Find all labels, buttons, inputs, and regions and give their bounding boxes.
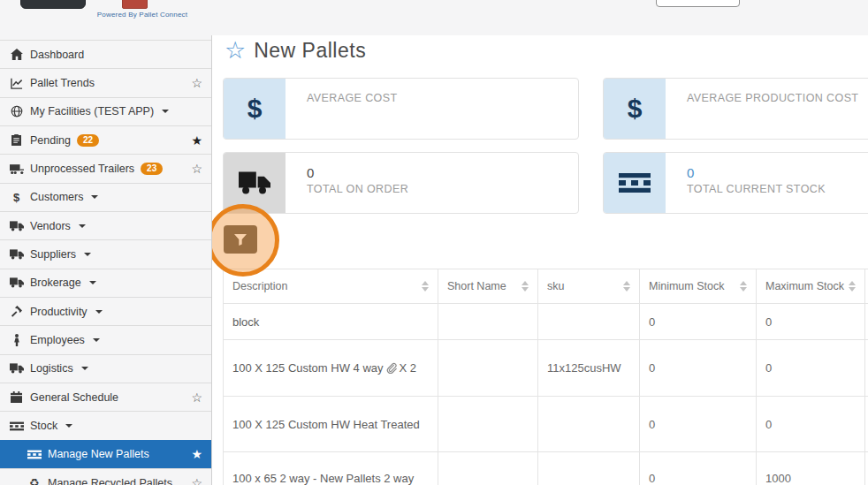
kpi-cards: $ AVERAGE COST $ AVERAGE PRODUCTION COST…	[223, 78, 868, 214]
attachment-icon	[386, 362, 397, 374]
sidebar-item-general-schedule[interactable]: General Schedule ☆	[0, 383, 211, 411]
card-value: 0	[307, 164, 408, 181]
card-label: AVERAGE PRODUCTION COST	[687, 90, 858, 107]
cell-sku	[538, 452, 640, 485]
truck-icon	[9, 363, 24, 374]
favorite-star-icon[interactable]: ☆	[225, 39, 246, 63]
sidebar-item-pallet-trends[interactable]: Pallet Trends ☆	[0, 68, 211, 96]
sidebar-item-suppliers[interactable]: Suppliers	[0, 239, 211, 268]
sidebar-item-label: Logistics	[30, 362, 73, 375]
pallet-connect-logo	[122, 0, 148, 9]
calendar-icon	[9, 391, 24, 403]
sidebar-item-stock[interactable]: Stock	[0, 411, 211, 439]
table-row[interactable]: block 0 0	[224, 304, 868, 340]
sidebar-item-employees[interactable]: Employees	[0, 325, 211, 353]
globe-icon	[9, 105, 24, 117]
sort-icon[interactable]	[740, 281, 747, 292]
column-header-short-name[interactable]: Short Name	[438, 269, 538, 304]
sidebar-item-label: Dashboard	[30, 49, 84, 61]
cell-maximum-stock: 0	[757, 340, 865, 397]
column-header-maximum-stock[interactable]: Maximum Stock	[757, 269, 865, 304]
sidebar-item-label: Pallet Trends	[30, 77, 95, 89]
trailer-icon	[9, 163, 24, 175]
chevron-down-icon	[95, 310, 103, 314]
cell-minimum-stock: 0	[640, 340, 757, 397]
cell-short-name	[438, 340, 538, 397]
star-outline-icon[interactable]: ☆	[191, 476, 202, 485]
table-row[interactable]: 100 x 65 2 way - New Pallets 2 way 0 100…	[224, 452, 868, 485]
clipboard-icon	[9, 134, 24, 146]
chevron-down-icon	[65, 424, 72, 428]
sort-icon[interactable]	[522, 281, 529, 292]
sidebar-item-customers[interactable]: $ Customers	[0, 183, 211, 211]
recycle-icon: ♻	[27, 476, 42, 485]
card-label: TOTAL CURRENT STOCK	[687, 181, 826, 198]
chevron-down-icon	[84, 253, 91, 256]
card-value: 0	[687, 164, 826, 181]
line-chart-icon	[9, 78, 24, 89]
cell-description: 100 x 65 2 way - New Pallets 2 way	[224, 452, 438, 485]
cell-clipped	[865, 397, 868, 452]
cell-short-name	[438, 452, 538, 485]
sidebar-item-manage-recycled-pallets[interactable]: ♻ Manage Recycled Pallets ☆	[0, 468, 211, 485]
sidebar-item-unprocessed-trailers[interactable]: Unprocessed Trailers 23 ☆	[0, 154, 211, 182]
table-row[interactable]: 100 X 125 Custom HW 4 wayX 2 11x125cusHW…	[224, 340, 868, 397]
sort-icon[interactable]	[849, 281, 856, 292]
pallet-icon	[604, 153, 666, 213]
filter-button[interactable]	[224, 225, 257, 254]
star-outline-icon[interactable]: ☆	[191, 390, 202, 405]
sidebar-item-dashboard[interactable]: Dashboard	[0, 40, 211, 68]
hamburger-icon: ☰	[31, 0, 42, 3]
sidebar-item-label: Pending	[30, 134, 71, 147]
cell-minimum-stock: 0	[640, 397, 757, 452]
cell-clipped	[865, 340, 868, 397]
cell-description: block	[224, 304, 438, 340]
dollar-icon: $	[9, 191, 24, 204]
column-header-description[interactable]: Description	[224, 269, 438, 304]
menu-button-label: Menu	[47, 0, 76, 3]
page-header: ☆ New Pallets	[225, 39, 366, 63]
funnel-icon	[233, 233, 247, 246]
sidebar-item-label: General Schedule	[30, 391, 118, 404]
cell-maximum-stock: 0	[757, 304, 865, 340]
chevron-down-icon	[91, 195, 98, 199]
star-outline-icon[interactable]: ☆	[191, 76, 202, 90]
sidebar-item-my-facilities[interactable]: My Facilities (TEST APP)	[0, 97, 211, 125]
sidebar-item-label: Manage New Pallets	[48, 448, 149, 460]
sidebar-item-logistics[interactable]: Logistics	[0, 354, 211, 383]
menu-button[interactable]: ☰ Menu	[20, 0, 86, 9]
column-header-minimum-stock[interactable]: Minimum Stock	[640, 269, 757, 304]
sort-icon[interactable]	[623, 281, 630, 292]
sidebar-item-productivity[interactable]: Productivity	[0, 297, 211, 325]
cell-maximum-stock: 1000	[757, 452, 865, 485]
table-row[interactable]: 100 X 125 Custom HW Heat Treated 0 0	[224, 397, 868, 452]
star-filled-icon[interactable]: ★	[191, 133, 202, 148]
sort-icon[interactable]	[422, 281, 429, 292]
topright-button[interactable]	[656, 0, 740, 7]
cell-sku	[538, 304, 640, 340]
pallet-icon	[9, 421, 24, 431]
main-content: ☆ New Pallets $ AVERAGE COST $ AVERAGE P…	[212, 35, 868, 485]
chevron-down-icon	[81, 367, 88, 370]
star-filled-icon[interactable]: ★	[191, 447, 202, 461]
card-average-cost: $ AVERAGE COST	[223, 78, 579, 140]
sidebar-item-manage-new-pallets[interactable]: Manage New Pallets ★	[0, 440, 211, 468]
star-outline-icon[interactable]: ☆	[191, 162, 202, 176]
column-header-sku[interactable]: sku	[538, 269, 640, 304]
card-label: TOTAL ON ORDER	[307, 181, 408, 198]
sidebar-item-label: My Facilities (TEST APP)	[30, 105, 154, 117]
pending-count-badge: 22	[77, 134, 99, 147]
cell-clipped	[865, 304, 868, 340]
cell-sku: 11x125cusHW	[538, 340, 640, 397]
unprocessed-trailers-count-badge: 23	[141, 163, 163, 175]
sidebar-item-vendors[interactable]: Vendors	[0, 211, 211, 239]
hammer-icon	[9, 306, 24, 317]
cell-description: 100 X 125 Custom HW Heat Treated	[224, 397, 438, 452]
sidebar-item-brokerage[interactable]: Brokerage	[0, 269, 211, 297]
truck-icon	[9, 221, 24, 231]
sidebar-item-label: Vendors	[30, 220, 71, 232]
person-icon	[9, 334, 24, 346]
cell-short-name	[438, 304, 538, 340]
cell-maximum-stock: 0	[757, 397, 865, 452]
sidebar-item-pending[interactable]: Pending 22 ★	[0, 125, 211, 154]
